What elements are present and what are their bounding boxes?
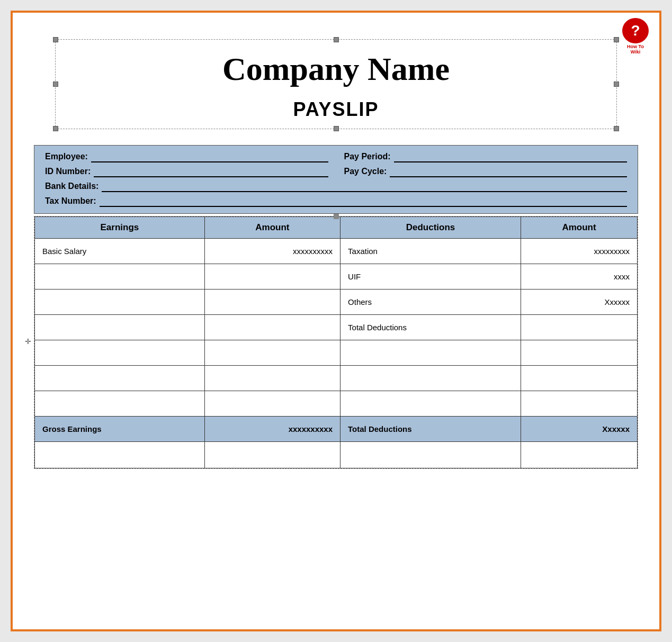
earnings-amount-cell [204,391,340,417]
deductions-cell [341,366,521,391]
earnings-amount-cell: xxxxxxxxxx [204,239,340,264]
deductions-cell: Others [341,290,521,315]
logo-text: How To Wiki [627,44,644,55]
table-row [35,340,638,366]
earnings-cell [35,442,205,468]
pay-period-line [394,152,627,162]
gross-earnings-label: Gross Earnings [35,417,205,442]
payslip-title: PAYSLIP [77,98,595,121]
tax-number-field: Tax Number: [45,196,627,207]
deductions-cell [341,442,521,468]
earnings-amount-cell [204,366,340,391]
pay-cycle-label: Pay Cycle: [344,167,387,176]
table-row: Total Deductions [35,315,638,340]
deductions-cell: UIF [341,264,521,290]
deductions-amount-cell: xxxx [521,264,638,290]
table-row-last [35,442,638,468]
bank-details-field: Bank Details: [45,182,627,192]
total-deductions-label: Total Deductions [341,417,521,442]
table-handle-tc [334,214,339,219]
handle-bc [334,126,339,131]
col-deductions-header: Deductions [341,217,521,239]
earnings-amount-cell [204,290,340,315]
info-row-2: ID Number: Pay Cycle: [45,167,627,177]
table-section: ✛ Earnings Amount Deductions Amount Basi… [34,216,638,469]
deductions-amount-cell [521,442,638,468]
bank-details-label: Bank Details: [45,182,98,191]
deductions-cell: Total Deductions [341,315,521,340]
deductions-amount-cell: Xxxxxx [521,290,638,315]
total-deductions-amount: Xxxxxx [521,417,638,442]
pay-cycle-field: Pay Cycle: [344,167,628,177]
earnings-amount-cell [204,340,340,366]
header-section: Company Name PAYSLIP [55,39,617,129]
earnings-cell [35,340,205,366]
handle-bl [53,126,58,131]
table-row: Basic Salary xxxxxxxxxx Taxation xxxxxxx… [35,239,638,264]
deductions-cell [341,391,521,417]
employee-label: Employee: [45,152,88,161]
employee-field: Employee: [45,152,328,162]
earnings-cell [35,391,205,417]
earnings-amount-cell [204,442,340,468]
info-row-4: Tax Number: [45,196,627,207]
payslip-table: Earnings Amount Deductions Amount Basic … [34,216,638,468]
handle-br [614,126,619,131]
pay-period-field: Pay Period: [344,152,628,162]
gross-earnings-amount: xxxxxxxxxx [204,417,340,442]
table-row: Others Xxxxxx [35,290,638,315]
earnings-amount-cell [204,315,340,340]
deductions-amount-cell [521,391,638,417]
handle-tl [53,37,58,42]
earnings-cell [35,315,205,340]
handle-tr [614,37,619,42]
col-earnings-header: Earnings [35,217,205,239]
deductions-cell: Taxation [341,239,521,264]
info-row-1: Employee: Pay Period: [45,152,627,162]
company-name: Company Name [77,50,595,88]
bank-details-line [102,182,627,192]
handle-ml [53,82,58,87]
earnings-cell [35,366,205,391]
deductions-amount-cell [521,315,638,340]
question-icon: ? [622,18,649,43]
id-number-field: ID Number: [45,167,328,177]
deductions-amount-cell [521,340,638,366]
summary-row: Gross Earnings xxxxxxxxxx Total Deductio… [35,417,638,442]
tax-number-label: Tax Number: [45,196,96,206]
main-frame: ? How To Wiki Company Name PAYSLIP Emplo… [11,11,661,631]
handle-mr [614,82,619,87]
earnings-cell: Basic Salary [35,239,205,264]
howto-logo: ? How To Wiki [617,18,654,55]
id-number-line [94,167,328,177]
earnings-cell [35,290,205,315]
table-row [35,391,638,417]
earnings-cell [35,264,205,290]
earnings-amount-cell [204,264,340,290]
employee-line [91,152,328,162]
tax-number-line [100,196,627,207]
col-amount2-header: Amount [521,217,638,239]
col-amount1-header: Amount [204,217,340,239]
info-row-3: Bank Details: [45,182,627,192]
deductions-amount-cell: xxxxxxxxx [521,239,638,264]
pay-cycle-line [390,167,627,177]
deductions-cell [341,340,521,366]
id-number-label: ID Number: [45,167,91,176]
handle-tc [334,37,339,42]
deductions-amount-cell [521,366,638,391]
table-row: UIF xxxx [35,264,638,290]
employee-info-section: Employee: Pay Period: ID Number: Pay Cyc… [34,145,638,214]
table-header-row: Earnings Amount Deductions Amount [35,217,638,239]
pay-period-label: Pay Period: [344,152,391,161]
move-handle-icon[interactable]: ✛ [25,337,31,346]
table-row [35,366,638,391]
